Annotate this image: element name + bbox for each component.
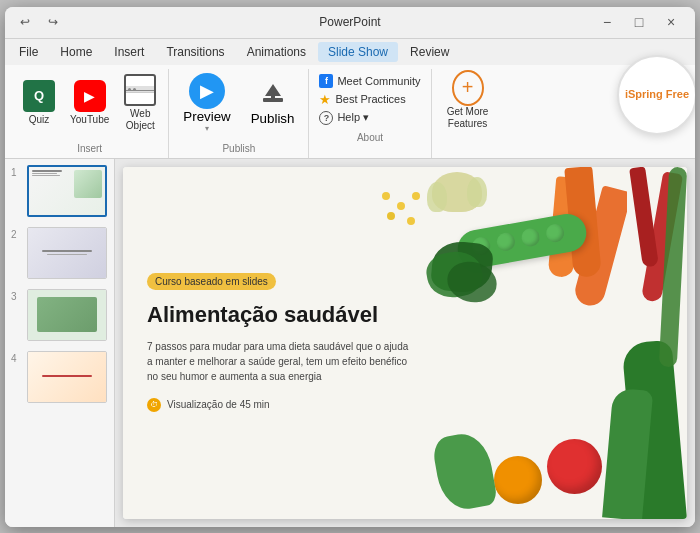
webobject-label: WebObject [126, 108, 155, 132]
getmore-buttons: + Get MoreFeatures [438, 69, 498, 156]
about-links: f Meet Community ★ Best Practices ? Help… [315, 69, 424, 130]
ribbon-group-getmore: + Get MoreFeatures [432, 69, 504, 158]
getmore-icon: + [452, 72, 484, 104]
facebook-icon: f [319, 74, 333, 88]
menu-animations[interactable]: Animations [237, 42, 316, 62]
main-canvas: Curso baseado em slides Alimentação saud… [115, 159, 695, 527]
slide-thumb-3[interactable]: 3 [9, 287, 110, 343]
insert-buttons: Q Quiz ▶ YouTube [17, 69, 162, 141]
slide-thumbnail-2 [27, 227, 107, 279]
slide-num-3: 3 [11, 291, 23, 302]
publish-group-label: Publish [222, 141, 255, 156]
slide-num-1: 1 [11, 167, 23, 178]
slide-thumb-4[interactable]: 4 [9, 349, 110, 405]
webobject-button[interactable]: WebObject [118, 71, 162, 135]
undo-button[interactable]: ↩ [13, 10, 37, 34]
about-group-label: About [357, 130, 383, 145]
menu-home[interactable]: Home [50, 42, 102, 62]
ribbon-group-about: f Meet Community ★ Best Practices ? Help… [309, 69, 431, 158]
maximize-button[interactable]: □ [623, 7, 655, 39]
best-practices-link[interactable]: ★ Best Practices [315, 91, 424, 108]
slide-thumbnail-4 [27, 351, 107, 403]
app-window: ↩ ↪ PowerPoint − □ × File Home Insert Tr… [5, 7, 695, 527]
insert-group-label: Insert [77, 141, 102, 156]
getmore-label: Get MoreFeatures [447, 106, 489, 130]
slide-panel: 1 2 [5, 159, 115, 527]
preview-label: Preview [183, 109, 230, 124]
ribbon-group-insert: Q Quiz ▶ YouTube [11, 69, 169, 158]
menu-insert[interactable]: Insert [104, 42, 154, 62]
help-icon: ? [319, 111, 333, 125]
quiz-button[interactable]: Q Quiz [17, 77, 61, 129]
youtube-label: YouTube [70, 114, 109, 126]
publish-label: Publish [251, 111, 295, 126]
redo-button[interactable]: ↪ [41, 10, 65, 34]
slide-badge: Curso baseado em slides [147, 273, 276, 290]
menu-review[interactable]: Review [400, 42, 459, 62]
slide-content: Curso baseado em slides Alimentação saud… [123, 167, 433, 519]
star-icon: ★ [319, 92, 331, 107]
slide-duration: ⏱ Visualização de 45 min [147, 398, 409, 412]
youtube-icon: ▶ [74, 80, 106, 112]
quiz-label: Quiz [29, 114, 50, 126]
publish-icon [259, 80, 287, 111]
ispring-badge[interactable]: iSpring Free [617, 55, 695, 135]
minimize-button[interactable]: − [591, 7, 623, 39]
help-label: Help ▾ [337, 111, 369, 124]
slide-thumbnail-3 [27, 289, 107, 341]
slide-thumbnail-1 [27, 165, 107, 217]
duration-icon: ⏱ [147, 398, 161, 412]
slide-title: Alimentação saudável [147, 302, 409, 328]
title-bar-controls: ↩ ↪ [13, 10, 65, 34]
ispring-label: iSpring Free [625, 87, 689, 101]
content-area: 1 2 [5, 159, 695, 527]
help-link[interactable]: ? Help ▾ [315, 110, 424, 126]
preview-button[interactable]: ▶ Preview ▾ [175, 69, 238, 137]
menu-slideshow[interactable]: Slide Show [318, 42, 398, 62]
ribbon-group-publish: ▶ Preview ▾ Publish Publish [169, 69, 309, 158]
menu-file[interactable]: File [9, 42, 48, 62]
slide-description: 7 passos para mudar para uma dieta saudá… [147, 339, 409, 384]
youtube-button[interactable]: ▶ YouTube [65, 77, 114, 129]
close-button[interactable]: × [655, 7, 687, 39]
ribbon: Q Quiz ▶ YouTube [5, 65, 695, 159]
slide-thumb-1[interactable]: 1 [9, 163, 110, 219]
best-practices-label: Best Practices [335, 93, 405, 105]
quiz-icon: Q [23, 80, 55, 112]
menu-bar: File Home Insert Transitions Animations … [5, 39, 695, 65]
title-bar: ↩ ↪ PowerPoint − □ × [5, 7, 695, 39]
meet-community-label: Meet Community [337, 75, 420, 87]
meet-community-link[interactable]: f Meet Community [315, 73, 424, 89]
publish-buttons: ▶ Preview ▾ Publish [175, 69, 302, 141]
slide-num-4: 4 [11, 353, 23, 364]
duration-label: Visualização de 45 min [167, 399, 270, 410]
webobject-icon [124, 74, 156, 106]
slide-canvas: Curso baseado em slides Alimentação saud… [123, 167, 687, 519]
window-title: PowerPoint [319, 15, 380, 29]
window-controls: − □ × [591, 7, 687, 39]
slide-thumb-2[interactable]: 2 [9, 225, 110, 281]
slide-num-2: 2 [11, 229, 23, 240]
menu-transitions[interactable]: Transitions [156, 42, 234, 62]
get-more-features-button[interactable]: + Get MoreFeatures [438, 69, 498, 133]
preview-icon: ▶ [189, 73, 225, 109]
publish-button[interactable]: Publish [243, 76, 303, 130]
